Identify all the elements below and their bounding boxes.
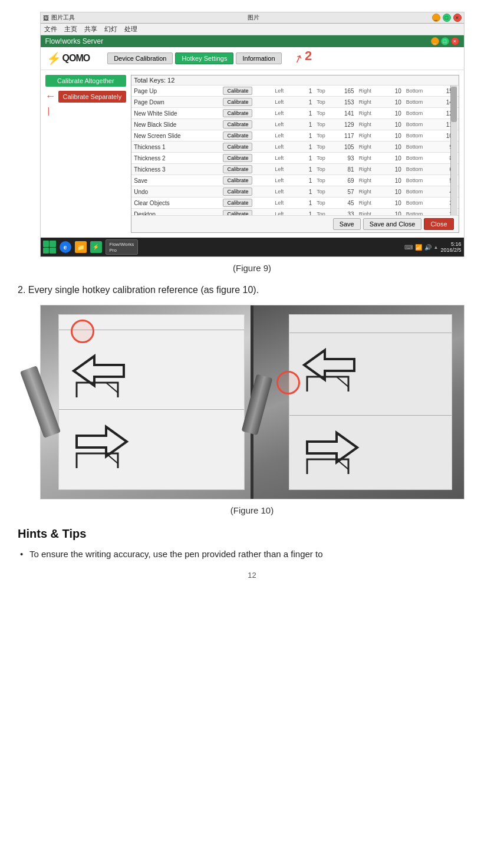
calibrate-screenslide-button[interactable]: Calibrate xyxy=(223,131,252,140)
back-arrow-icon-right xyxy=(301,338,360,391)
taskbar-app-label[interactable]: Flow!Works Pro xyxy=(106,239,139,255)
qomo-logo: ⚡ QOMO xyxy=(47,51,90,65)
calibrate-indicator: | xyxy=(48,106,127,116)
save-and-close-button[interactable]: Save and Close xyxy=(363,218,422,230)
app-body: Calibrate Altogether ← Calibrate Separat… xyxy=(41,70,464,238)
image-toolbar-title: 图片工具 xyxy=(51,14,75,22)
table-row: Undo Calibrate Left1 Top57 Right10 Botto… xyxy=(131,186,458,198)
whiteboard-right xyxy=(289,314,452,490)
hotkey-table-panel: Total Keys: 12 Page Up Calibrate Left1 T… xyxy=(131,75,459,233)
image-tab-title: 图片 xyxy=(248,14,259,22)
app-max[interactable]: □ xyxy=(441,37,449,45)
menu-home[interactable]: 主页 xyxy=(64,25,77,34)
scroll-thumb[interactable] xyxy=(451,87,457,122)
app-titlebar: Flow!works Server _ □ × xyxy=(41,35,464,47)
menu-file[interactable]: 文件 xyxy=(44,25,57,34)
app-close[interactable]: × xyxy=(451,37,459,45)
keyboard-icon: ⌨ xyxy=(404,244,413,251)
windows-logo-icon xyxy=(43,241,56,254)
figure10-image xyxy=(40,305,465,499)
section2-title: 2. Every single hotkey calibration refer… xyxy=(18,285,486,295)
calibrate-cell: Calibrate xyxy=(220,85,272,97)
menu-bar: 文件 主页 共享 幻灯 处理 xyxy=(41,24,464,35)
table-row: Save Calibrate Left1 Top69 Right10 Botto… xyxy=(131,175,458,186)
table-row: Thickness 1 Calibrate Left1 Top105 Right… xyxy=(131,142,458,153)
left-panel: Calibrate Altogether ← Calibrate Separat… xyxy=(45,75,127,233)
min-button[interactable]: _ xyxy=(432,14,440,22)
speaker-icon: 🔊 xyxy=(424,244,431,251)
taskbar-clock: 5:16 2016/2/5 xyxy=(440,241,461,253)
left-arrow-icon: ← xyxy=(45,90,56,103)
red-circle-left xyxy=(71,320,94,343)
figure9-screenshot: 🖼 图片工具 图片 _ □ × 文件 主页 共享 幻灯 处理 Flow!work… xyxy=(40,12,465,257)
os-icon: 🖼 xyxy=(43,15,49,21)
figure10-left-panel xyxy=(41,305,254,499)
calibrate-blackslide-button[interactable]: Calibrate xyxy=(223,120,252,129)
app-title: Flow!works Server xyxy=(45,37,104,45)
taskbar-right-area: ⌨ 📶 🔊 ▲ 5:16 2016/2/5 xyxy=(404,241,462,253)
svg-marker-9 xyxy=(307,433,357,462)
flowworks-icon[interactable]: ⚡ xyxy=(90,241,102,253)
svg-marker-3 xyxy=(77,427,127,456)
table-row: Thickness 3 Calibrate Left1 Top81 Right1… xyxy=(131,164,458,175)
svg-rect-4 xyxy=(77,453,118,468)
os-toolbar: 🖼 图片工具 图片 _ □ × xyxy=(41,12,464,24)
file-manager-icon[interactable]: 📁 xyxy=(75,241,87,253)
calibrate-pagedown-button[interactable]: Calibrate xyxy=(223,98,252,106)
annotation-number: 2 xyxy=(305,48,312,63)
close-button[interactable]: × xyxy=(453,14,462,22)
calibrate-save-button[interactable]: Calibrate xyxy=(223,176,252,185)
menu-process[interactable]: 处理 xyxy=(124,25,137,34)
calibrate-desktop-button[interactable]: Calibrate xyxy=(223,210,252,215)
stylus-left xyxy=(19,366,60,438)
app-header: ⚡ QOMO Device Calibration Hotkey Setting… xyxy=(41,47,464,70)
tab-bar: Device Calibration Hotkey Settings Infor… xyxy=(107,52,281,64)
calibrate-thickness1-button[interactable]: Calibrate xyxy=(223,143,252,151)
tab-information[interactable]: Information xyxy=(236,52,281,64)
calibrate-thickness3-button[interactable]: Calibrate xyxy=(223,165,252,173)
svg-marker-8 xyxy=(337,377,348,387)
bottom-buttons: Save Save and Close Close xyxy=(131,215,458,232)
back-arrow-icon-left xyxy=(71,344,130,397)
menu-share[interactable]: 共享 xyxy=(84,25,97,34)
figure9-caption: (Figure 9) xyxy=(18,263,486,273)
figure10-right-panel xyxy=(253,305,464,499)
figure10-caption: (Figure 10) xyxy=(18,505,486,515)
calibrate-thickness2-button[interactable]: Calibrate xyxy=(223,154,252,162)
svg-marker-2 xyxy=(106,383,118,393)
table-row: Desktop Calibrate Left1 Top33 Right10 Bo… xyxy=(131,209,458,216)
calibrate-altogether-button[interactable]: Calibrate Altogether xyxy=(45,75,127,87)
svg-marker-11 xyxy=(337,459,348,469)
save-button[interactable]: Save xyxy=(333,218,361,230)
max-button[interactable]: □ xyxy=(443,14,451,22)
total-keys-bar: Total Keys: 12 xyxy=(131,75,458,85)
calibrate-clearobjects-button[interactable]: Calibrate xyxy=(223,199,252,207)
list-item: To ensure the writing accuracy, use the … xyxy=(29,549,486,559)
tab-device-calibration[interactable]: Device Calibration xyxy=(107,52,173,64)
table-row: Page Up Calibrate Left1 Top165 Right10 B… xyxy=(131,85,458,97)
forward-arrow-icon-left xyxy=(71,415,130,468)
calibrate-undo-button[interactable]: Calibrate xyxy=(223,187,252,196)
hints-title: Hints & Tips xyxy=(18,527,486,541)
svg-marker-0 xyxy=(74,356,124,386)
close-dialog-button[interactable]: Close xyxy=(424,218,453,230)
page-number: 12 xyxy=(18,571,486,580)
tab-hotkey-settings[interactable]: Hotkey Settings xyxy=(175,52,233,64)
app-min[interactable]: _ xyxy=(431,37,439,45)
svg-rect-1 xyxy=(77,383,118,397)
table-row: Clear Objects Calibrate Left1 Top45 Righ… xyxy=(131,198,458,209)
forward-arrow-icon-right xyxy=(301,421,360,474)
svg-rect-10 xyxy=(307,459,348,474)
svg-marker-5 xyxy=(106,453,118,463)
chevron-icon[interactable]: ▲ xyxy=(434,245,439,250)
ie-icon[interactable]: e xyxy=(60,241,71,253)
hints-list: To ensure the writing accuracy, use the … xyxy=(18,549,486,559)
calibrate-whiteslide-button[interactable]: Calibrate xyxy=(223,109,252,117)
row-name: Page Up xyxy=(131,85,220,97)
red-circle-right xyxy=(276,371,300,394)
calibrate-separately-button[interactable]: Calibrate Separately xyxy=(58,91,127,103)
calibrate-pageup-button[interactable]: Calibrate xyxy=(223,87,252,95)
hint-text-1: To ensure the writing accuracy, use the … xyxy=(29,549,323,559)
scrollbar[interactable] xyxy=(450,85,457,215)
menu-slide[interactable]: 幻灯 xyxy=(104,25,117,34)
